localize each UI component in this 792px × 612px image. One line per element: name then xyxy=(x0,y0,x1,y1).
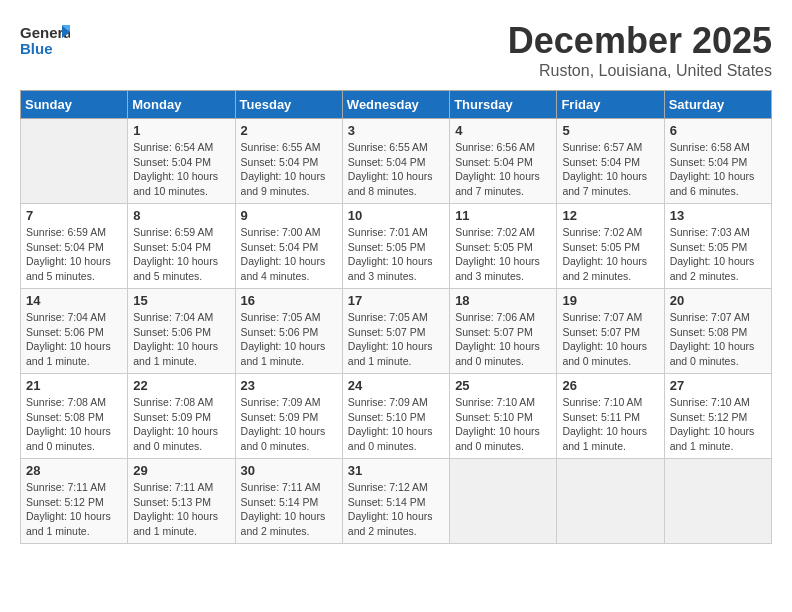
day-number: 7 xyxy=(26,208,122,223)
calendar-cell: 8Sunrise: 6:59 AM Sunset: 5:04 PM Daylig… xyxy=(128,204,235,289)
calendar-cell xyxy=(557,459,664,544)
day-number: 11 xyxy=(455,208,551,223)
day-number: 5 xyxy=(562,123,658,138)
day-number: 9 xyxy=(241,208,337,223)
day-number: 16 xyxy=(241,293,337,308)
calendar-cell: 6Sunrise: 6:58 AM Sunset: 5:04 PM Daylig… xyxy=(664,119,771,204)
header-monday: Monday xyxy=(128,91,235,119)
day-number: 18 xyxy=(455,293,551,308)
calendar-week-3: 14Sunrise: 7:04 AM Sunset: 5:06 PM Dayli… xyxy=(21,289,772,374)
day-number: 22 xyxy=(133,378,229,393)
day-info: Sunrise: 6:59 AM Sunset: 5:04 PM Dayligh… xyxy=(26,225,122,284)
day-info: Sunrise: 6:55 AM Sunset: 5:04 PM Dayligh… xyxy=(348,140,444,199)
header-wednesday: Wednesday xyxy=(342,91,449,119)
day-info: Sunrise: 7:11 AM Sunset: 5:12 PM Dayligh… xyxy=(26,480,122,539)
day-number: 31 xyxy=(348,463,444,478)
calendar-cell: 16Sunrise: 7:05 AM Sunset: 5:06 PM Dayli… xyxy=(235,289,342,374)
day-info: Sunrise: 7:05 AM Sunset: 5:07 PM Dayligh… xyxy=(348,310,444,369)
day-number: 13 xyxy=(670,208,766,223)
calendar-cell: 19Sunrise: 7:07 AM Sunset: 5:07 PM Dayli… xyxy=(557,289,664,374)
day-number: 25 xyxy=(455,378,551,393)
day-info: Sunrise: 7:02 AM Sunset: 5:05 PM Dayligh… xyxy=(562,225,658,284)
calendar-cell: 31Sunrise: 7:12 AM Sunset: 5:14 PM Dayli… xyxy=(342,459,449,544)
calendar-cell: 28Sunrise: 7:11 AM Sunset: 5:12 PM Dayli… xyxy=(21,459,128,544)
header-saturday: Saturday xyxy=(664,91,771,119)
calendar-cell: 24Sunrise: 7:09 AM Sunset: 5:10 PM Dayli… xyxy=(342,374,449,459)
logo: General Blue xyxy=(20,20,70,60)
calendar-week-1: 1Sunrise: 6:54 AM Sunset: 5:04 PM Daylig… xyxy=(21,119,772,204)
day-info: Sunrise: 7:11 AM Sunset: 5:14 PM Dayligh… xyxy=(241,480,337,539)
day-number: 14 xyxy=(26,293,122,308)
day-info: Sunrise: 6:58 AM Sunset: 5:04 PM Dayligh… xyxy=(670,140,766,199)
day-number: 8 xyxy=(133,208,229,223)
calendar-cell: 10Sunrise: 7:01 AM Sunset: 5:05 PM Dayli… xyxy=(342,204,449,289)
day-info: Sunrise: 7:01 AM Sunset: 5:05 PM Dayligh… xyxy=(348,225,444,284)
day-number: 29 xyxy=(133,463,229,478)
day-number: 3 xyxy=(348,123,444,138)
header-thursday: Thursday xyxy=(450,91,557,119)
calendar-week-5: 28Sunrise: 7:11 AM Sunset: 5:12 PM Dayli… xyxy=(21,459,772,544)
day-number: 1 xyxy=(133,123,229,138)
day-number: 23 xyxy=(241,378,337,393)
day-info: Sunrise: 7:06 AM Sunset: 5:07 PM Dayligh… xyxy=(455,310,551,369)
calendar-header-row: SundayMondayTuesdayWednesdayThursdayFrid… xyxy=(21,91,772,119)
calendar-cell: 1Sunrise: 6:54 AM Sunset: 5:04 PM Daylig… xyxy=(128,119,235,204)
day-info: Sunrise: 6:56 AM Sunset: 5:04 PM Dayligh… xyxy=(455,140,551,199)
day-number: 21 xyxy=(26,378,122,393)
day-number: 27 xyxy=(670,378,766,393)
header-friday: Friday xyxy=(557,91,664,119)
calendar-cell xyxy=(664,459,771,544)
calendar-body: 1Sunrise: 6:54 AM Sunset: 5:04 PM Daylig… xyxy=(21,119,772,544)
calendar-cell: 7Sunrise: 6:59 AM Sunset: 5:04 PM Daylig… xyxy=(21,204,128,289)
day-info: Sunrise: 6:55 AM Sunset: 5:04 PM Dayligh… xyxy=(241,140,337,199)
calendar-cell: 15Sunrise: 7:04 AM Sunset: 5:06 PM Dayli… xyxy=(128,289,235,374)
day-info: Sunrise: 7:09 AM Sunset: 5:10 PM Dayligh… xyxy=(348,395,444,454)
day-info: Sunrise: 7:00 AM Sunset: 5:04 PM Dayligh… xyxy=(241,225,337,284)
day-number: 2 xyxy=(241,123,337,138)
calendar-cell: 9Sunrise: 7:00 AM Sunset: 5:04 PM Daylig… xyxy=(235,204,342,289)
day-number: 6 xyxy=(670,123,766,138)
day-info: Sunrise: 7:10 AM Sunset: 5:11 PM Dayligh… xyxy=(562,395,658,454)
calendar-week-2: 7Sunrise: 6:59 AM Sunset: 5:04 PM Daylig… xyxy=(21,204,772,289)
day-number: 12 xyxy=(562,208,658,223)
day-info: Sunrise: 7:07 AM Sunset: 5:08 PM Dayligh… xyxy=(670,310,766,369)
calendar-cell: 26Sunrise: 7:10 AM Sunset: 5:11 PM Dayli… xyxy=(557,374,664,459)
page-header: General Blue December 2025 Ruston, Louis… xyxy=(20,20,772,80)
day-number: 15 xyxy=(133,293,229,308)
calendar-cell: 17Sunrise: 7:05 AM Sunset: 5:07 PM Dayli… xyxy=(342,289,449,374)
header-tuesday: Tuesday xyxy=(235,91,342,119)
day-info: Sunrise: 7:10 AM Sunset: 5:12 PM Dayligh… xyxy=(670,395,766,454)
svg-text:Blue: Blue xyxy=(20,40,53,57)
calendar-cell xyxy=(450,459,557,544)
month-title: December 2025 xyxy=(508,20,772,62)
day-info: Sunrise: 7:02 AM Sunset: 5:05 PM Dayligh… xyxy=(455,225,551,284)
day-number: 24 xyxy=(348,378,444,393)
location: Ruston, Louisiana, United States xyxy=(508,62,772,80)
day-info: Sunrise: 7:04 AM Sunset: 5:06 PM Dayligh… xyxy=(133,310,229,369)
day-info: Sunrise: 7:09 AM Sunset: 5:09 PM Dayligh… xyxy=(241,395,337,454)
calendar-cell: 12Sunrise: 7:02 AM Sunset: 5:05 PM Dayli… xyxy=(557,204,664,289)
calendar-cell: 13Sunrise: 7:03 AM Sunset: 5:05 PM Dayli… xyxy=(664,204,771,289)
day-info: Sunrise: 7:03 AM Sunset: 5:05 PM Dayligh… xyxy=(670,225,766,284)
day-info: Sunrise: 7:04 AM Sunset: 5:06 PM Dayligh… xyxy=(26,310,122,369)
calendar-cell: 3Sunrise: 6:55 AM Sunset: 5:04 PM Daylig… xyxy=(342,119,449,204)
day-number: 4 xyxy=(455,123,551,138)
calendar-cell: 5Sunrise: 6:57 AM Sunset: 5:04 PM Daylig… xyxy=(557,119,664,204)
calendar-cell: 18Sunrise: 7:06 AM Sunset: 5:07 PM Dayli… xyxy=(450,289,557,374)
day-number: 26 xyxy=(562,378,658,393)
day-info: Sunrise: 6:59 AM Sunset: 5:04 PM Dayligh… xyxy=(133,225,229,284)
day-info: Sunrise: 7:10 AM Sunset: 5:10 PM Dayligh… xyxy=(455,395,551,454)
day-number: 17 xyxy=(348,293,444,308)
day-number: 10 xyxy=(348,208,444,223)
header-sunday: Sunday xyxy=(21,91,128,119)
title-block: December 2025 Ruston, Louisiana, United … xyxy=(508,20,772,80)
calendar-week-4: 21Sunrise: 7:08 AM Sunset: 5:08 PM Dayli… xyxy=(21,374,772,459)
day-number: 19 xyxy=(562,293,658,308)
calendar-cell: 21Sunrise: 7:08 AM Sunset: 5:08 PM Dayli… xyxy=(21,374,128,459)
calendar-cell: 20Sunrise: 7:07 AM Sunset: 5:08 PM Dayli… xyxy=(664,289,771,374)
calendar-table: SundayMondayTuesdayWednesdayThursdayFrid… xyxy=(20,90,772,544)
day-info: Sunrise: 7:07 AM Sunset: 5:07 PM Dayligh… xyxy=(562,310,658,369)
day-info: Sunrise: 7:08 AM Sunset: 5:09 PM Dayligh… xyxy=(133,395,229,454)
calendar-cell: 29Sunrise: 7:11 AM Sunset: 5:13 PM Dayli… xyxy=(128,459,235,544)
day-info: Sunrise: 7:11 AM Sunset: 5:13 PM Dayligh… xyxy=(133,480,229,539)
